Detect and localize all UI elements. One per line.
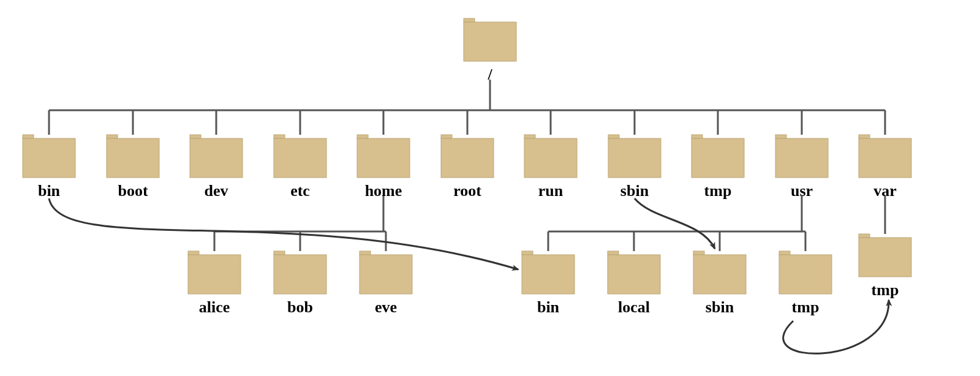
folder-boot-label: boot xyxy=(118,182,148,200)
folder-var-tmp: tmp xyxy=(859,234,911,299)
folder-home-eve: eve xyxy=(360,251,412,316)
folder-bin-label: bin xyxy=(38,182,61,200)
folder-home-alice: alice xyxy=(188,251,241,316)
folder-home-alice-label: alice xyxy=(199,298,230,316)
folder-usr-sbin: sbin xyxy=(693,251,746,316)
arrow-sbin-to-usr-sbin xyxy=(635,198,715,249)
folder-etc: etc xyxy=(274,135,326,200)
folder-usr-sbin-label: sbin xyxy=(706,298,734,316)
folder-run-label: run xyxy=(538,182,564,200)
folder-home-eve-label: eve xyxy=(375,298,397,316)
folder-usr-tmp: tmp xyxy=(779,251,832,316)
folder-usr-local: local xyxy=(608,251,660,316)
folder-usr-tmp-label: tmp xyxy=(792,298,820,316)
folder-var: var xyxy=(859,135,911,200)
folder-usr-label: usr xyxy=(791,182,813,200)
folder-boot: boot xyxy=(107,135,159,200)
folder-usr-bin: bin xyxy=(522,251,575,316)
folder-usr: usr xyxy=(775,135,828,200)
folder-usr-bin-label: bin xyxy=(537,298,560,316)
folder-bin: bin xyxy=(23,135,75,200)
folder-home-bob-label: bob xyxy=(287,298,313,316)
folder-root: root xyxy=(441,135,494,200)
folder-home-label: home xyxy=(365,182,402,200)
folder-root: / xyxy=(464,18,516,83)
folder-var-label: var xyxy=(873,182,897,200)
folder-tmp-label: tmp xyxy=(704,182,732,200)
folder-tmp: tmp xyxy=(692,135,744,200)
folder-sbin: sbin xyxy=(608,135,661,200)
folder-root-label: root xyxy=(453,182,481,200)
folder-dev-label: dev xyxy=(205,182,228,200)
folder-sbin-label: sbin xyxy=(620,182,649,200)
folder-home: home xyxy=(357,135,410,200)
folder-dev: dev xyxy=(190,135,243,200)
folder-etc-label: etc xyxy=(290,182,310,200)
filesystem-tree-diagram: /binbootdevetchomerootrunsbintmpusrvaral… xyxy=(0,0,980,376)
folder-home-bob: bob xyxy=(274,251,326,316)
folder-root-label: / xyxy=(487,66,492,83)
folder-usr-local-label: local xyxy=(618,298,650,316)
folder-run: run xyxy=(524,135,577,200)
folder-var-tmp-label: tmp xyxy=(872,281,899,299)
